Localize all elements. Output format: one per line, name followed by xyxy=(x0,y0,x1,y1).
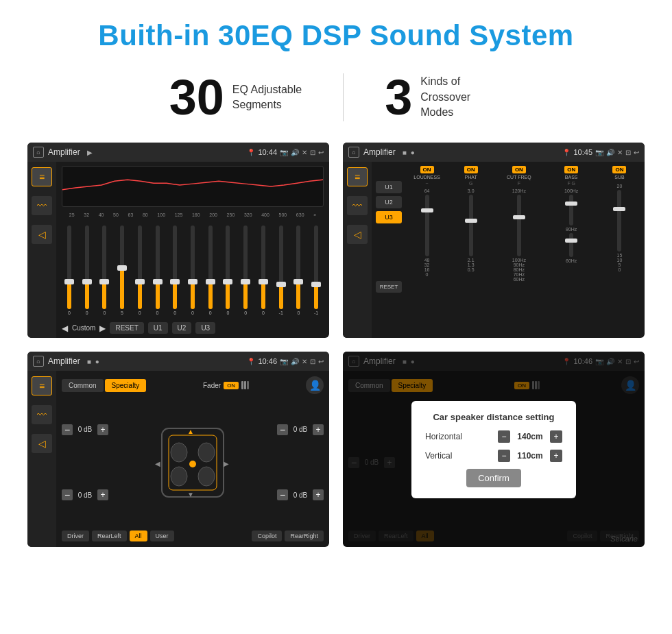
minus-4[interactable]: − xyxy=(277,489,288,500)
vertical-plus[interactable]: + xyxy=(550,450,562,462)
u1-button[interactable]: U1 xyxy=(148,322,168,334)
eq-slider-5[interactable]: 0 xyxy=(132,225,147,315)
screen1-main: 2532405063 80100125160200 25032040050063… xyxy=(56,162,329,338)
next-icon[interactable]: ▶ xyxy=(99,324,106,333)
user-icon-3[interactable]: 👤 xyxy=(306,376,324,394)
wave-icon-2[interactable]: 〰 xyxy=(347,196,368,215)
cutfreq-toggle[interactable]: ON xyxy=(512,166,526,173)
channel-loudness: ON LOUDNESS ~ 64 48 32 16 0 xyxy=(406,166,448,334)
prev-icon[interactable]: ◀ xyxy=(62,324,68,333)
amp-channels: ON LOUDNESS ~ 64 48 32 16 0 xyxy=(406,166,640,334)
crossover-number: 3 xyxy=(385,73,412,122)
crossover-label: Kinds of Crossover Modes xyxy=(420,74,503,120)
settings-icon-2: ■ xyxy=(403,149,407,156)
phat-toggle[interactable]: ON xyxy=(464,166,478,173)
plus-2[interactable]: + xyxy=(97,489,108,500)
eq-slider-4[interactable]: 5 xyxy=(115,225,130,315)
screen3-middle: − 0 dB + − 0 dB + xyxy=(62,398,324,526)
minus-3[interactable]: − xyxy=(277,424,288,435)
home-icon-2[interactable]: ⌂ xyxy=(348,147,359,158)
eq-icon-3[interactable]: ≡ xyxy=(32,376,52,395)
close-icon-3: ✕ xyxy=(302,358,307,365)
eq-slider-15[interactable]: -1 xyxy=(309,225,324,315)
eq-freq-labels: 2532405063 80100125160200 25032040050063… xyxy=(62,211,324,219)
driver-btn[interactable]: Driver xyxy=(62,531,89,541)
eq-slider-2[interactable]: 0 xyxy=(80,225,95,315)
u3-preset[interactable]: U3 xyxy=(376,211,402,223)
page-title: Buith-in 30EQ DSP Sound System xyxy=(0,0,672,66)
specialty-btn-3[interactable]: Specialty xyxy=(105,379,147,392)
confirm-button[interactable]: Confirm xyxy=(466,469,521,487)
eq-slider-7[interactable]: 0 xyxy=(167,225,182,315)
plus-3[interactable]: + xyxy=(313,424,324,435)
rearleft-btn[interactable]: RearLeft xyxy=(92,531,127,541)
minus-1[interactable]: − xyxy=(62,424,73,435)
reset-button[interactable]: RESET xyxy=(110,322,143,334)
u2-button[interactable]: U2 xyxy=(172,322,192,334)
window-icon-3: ⊡ xyxy=(310,358,315,365)
home-icon-3[interactable]: ⌂ xyxy=(33,356,44,367)
eq-icon-2[interactable]: ≡ xyxy=(347,167,368,186)
eq-slider-6[interactable]: 0 xyxy=(150,225,165,315)
bass-toggle[interactable]: ON xyxy=(564,166,578,173)
svg-text:▶: ▶ xyxy=(224,460,229,467)
wave-icon[interactable]: 〰 xyxy=(32,196,52,215)
sub-slider[interactable] xyxy=(617,190,621,252)
all-btn[interactable]: All xyxy=(130,531,147,541)
sub-toggle[interactable]: ON xyxy=(612,166,626,173)
home-icon[interactable]: ⌂ xyxy=(33,147,44,158)
eq-slider-13[interactable]: -1 xyxy=(274,225,289,315)
horizontal-minus[interactable]: − xyxy=(498,430,510,443)
plus-1[interactable]: + xyxy=(97,424,108,435)
speaker-icon[interactable]: ◁ xyxy=(32,225,52,244)
phat-slider[interactable] xyxy=(469,195,473,256)
speaker-icon-3[interactable]: ◁ xyxy=(32,434,52,453)
screen2-time: 10:45 xyxy=(573,148,592,156)
eq-slider-11[interactable]: 0 xyxy=(238,225,253,315)
eq-number: 30 xyxy=(169,73,224,122)
volume-icon: 🔊 xyxy=(291,149,299,156)
bass-slider1[interactable] xyxy=(569,195,573,225)
eq-slider-10[interactable]: 0 xyxy=(221,225,236,315)
svg-point-5 xyxy=(198,467,215,486)
loudness-slider[interactable] xyxy=(425,195,429,256)
eq-slider-14[interactable]: 0 xyxy=(291,225,307,315)
u3-button[interactable]: U3 xyxy=(195,322,215,334)
bass-slider2[interactable] xyxy=(569,233,573,257)
screen-dialog: ⌂ Amplifier ■ ● 📍 10:46 📷 🔊 ✕ ⊡ ↩ Common… xyxy=(343,352,645,547)
vertical-minus[interactable]: − xyxy=(498,450,510,462)
eq-slider-8[interactable]: 0 xyxy=(185,225,200,315)
horizontal-value: 140cm xyxy=(513,432,547,441)
dialog-title: Car speaker distance setting xyxy=(425,412,562,422)
fader-label: Fader xyxy=(203,382,221,389)
eq-slider-3[interactable]: 0 xyxy=(97,225,112,315)
common-btn-3[interactable]: Common xyxy=(62,379,104,392)
eq-slider-1[interactable]: 0 xyxy=(62,225,77,315)
db-row-4: − 0 dB + xyxy=(277,489,324,500)
screen3-time: 10:46 xyxy=(258,357,277,365)
eq-sliders: 0 0 0 xyxy=(62,223,324,318)
copilot-btn[interactable]: Copilot xyxy=(252,531,282,541)
channel-sub: ON SUB 20 15 10 5 0 xyxy=(599,166,640,334)
horizontal-plus[interactable]: + xyxy=(550,430,562,443)
reset-preset[interactable]: RESET xyxy=(376,281,402,293)
minus-2[interactable]: − xyxy=(62,489,73,500)
svg-text:▲: ▲ xyxy=(187,428,194,435)
cutfreq-slider[interactable] xyxy=(517,195,521,256)
eq-slider-9[interactable]: 0 xyxy=(203,225,218,315)
back-icon-3: ↩ xyxy=(318,358,324,365)
dot-icon-2: ● xyxy=(411,149,415,156)
plus-4[interactable]: + xyxy=(313,489,324,500)
u1-preset[interactable]: U1 xyxy=(376,181,402,193)
user-btn[interactable]: User xyxy=(150,531,174,541)
speaker-icon-2[interactable]: ◁ xyxy=(347,225,368,244)
wave-icon-3[interactable]: 〰 xyxy=(32,405,52,424)
rearright-btn[interactable]: RearRight xyxy=(285,531,324,541)
screen-specialty: ⌂ Amplifier ■ ● 📍 10:46 📷 🔊 ✕ ⊡ ↩ ≡ 〰 ◁ xyxy=(27,352,329,547)
screen2-sidebar: ≡ 〰 ◁ xyxy=(343,162,372,338)
eq-icon[interactable]: ≡ xyxy=(32,167,52,186)
u2-preset[interactable]: U2 xyxy=(376,196,402,208)
eq-slider-12[interactable]: 0 xyxy=(256,225,271,315)
loudness-toggle[interactable]: ON xyxy=(420,166,434,173)
fader-toggle[interactable]: ON xyxy=(224,382,239,389)
